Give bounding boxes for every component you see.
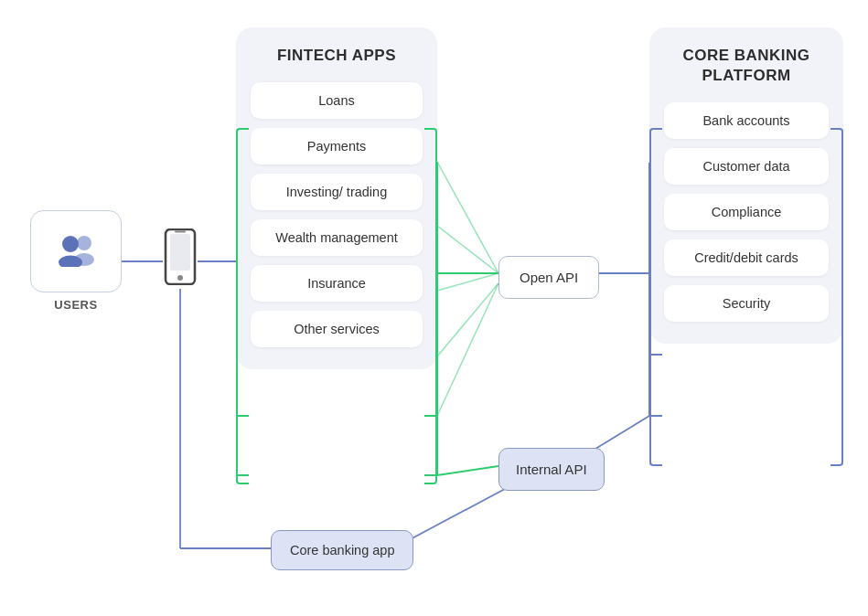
- core-security: Security: [664, 285, 829, 322]
- svg-point-35: [77, 236, 91, 250]
- svg-line-16: [437, 273, 498, 291]
- core-credit-debit: Credit/debit cards: [664, 239, 829, 276]
- green-bracket-left: [236, 128, 249, 484]
- users-card: [30, 210, 122, 292]
- core-banking-column: CORE BANKING PLATFORM Bank accounts Cust…: [649, 27, 843, 344]
- core-banking-app-box: Core banking app: [271, 530, 413, 570]
- svg-line-15: [437, 226, 498, 273]
- svg-line-30: [437, 466, 498, 475]
- svg-point-37: [62, 236, 79, 252]
- users-label: USERS: [54, 298, 97, 312]
- users-section: USERS: [26, 210, 126, 312]
- core-compliance: Compliance: [664, 194, 829, 230]
- fintech-insurance: Insurance: [251, 265, 423, 302]
- green-bracket-right: [424, 128, 437, 484]
- core-bank-accounts: Bank accounts: [664, 102, 829, 139]
- svg-line-19: [437, 162, 498, 273]
- svg-line-17: [437, 283, 498, 356]
- core-customer-data: Customer data: [664, 148, 829, 185]
- phone-icon: [163, 228, 198, 285]
- fintech-title: FINTECH APPS: [277, 46, 396, 66]
- fintech-payments: Payments: [251, 128, 423, 165]
- open-api-box: Open API: [498, 256, 599, 299]
- fintech-wealth: Wealth management: [251, 219, 423, 256]
- svg-line-18: [437, 283, 498, 416]
- phone-section: [163, 228, 198, 289]
- users-icon: [52, 232, 100, 271]
- core-banking-title: CORE BANKING PLATFORM: [664, 46, 829, 86]
- fintech-column: FINTECH APPS Loans Payments Investing/ t…: [236, 27, 437, 369]
- fintech-loans: Loans: [251, 82, 423, 119]
- internal-api-box: Internal API: [498, 448, 605, 491]
- fintech-investing: Investing/ trading: [251, 174, 423, 210]
- svg-line-14: [437, 162, 498, 273]
- blue-bracket-right: [830, 128, 843, 466]
- diagram-container: USERS FINTECH APPS Loans Payments Invest…: [0, 0, 868, 616]
- svg-rect-40: [170, 234, 190, 271]
- blue-bracket-left: [649, 128, 662, 466]
- svg-point-41: [177, 275, 183, 281]
- fintech-other: Other services: [251, 311, 423, 347]
